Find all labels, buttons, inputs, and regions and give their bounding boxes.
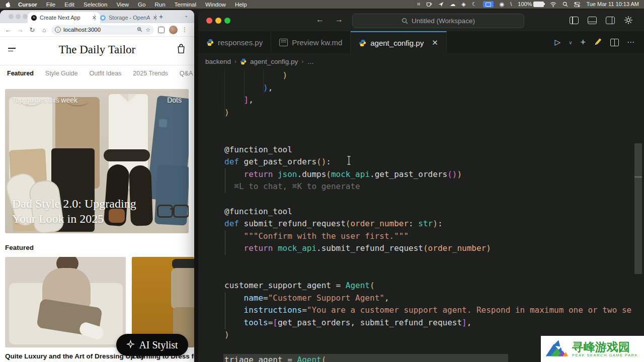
code-line[interactable]: ) — [198, 107, 644, 119]
control-center-icon[interactable] — [574, 2, 580, 7]
zoom-window-button[interactable] — [224, 18, 230, 24]
code-line[interactable]: @function_tool — [198, 206, 644, 218]
menubar-item[interactable]: Run — [150, 2, 170, 8]
code-line[interactable] — [198, 267, 644, 280]
tab-list-chevron-icon[interactable]: ⌄ — [184, 13, 188, 18]
site-nav-item[interactable]: Q&A — [180, 70, 193, 77]
menubar-item[interactable]: Selection — [79, 2, 112, 8]
code-line[interactable] — [198, 255, 644, 267]
code-line[interactable]: customer_support_agent = Agent( — [198, 280, 644, 292]
sparkle-icon — [126, 339, 135, 351]
command-center-search[interactable]: Untitled (Workspace) — [352, 14, 524, 28]
code-line[interactable]: ), — [198, 82, 644, 95]
code-line[interactable]: return mock_api.submit_refund_request(or… — [198, 242, 644, 255]
history-back-button[interactable]: ← — [316, 15, 324, 24]
menubar-item[interactable]: Terminal — [170, 2, 201, 8]
history-forward-button[interactable]: → — [335, 15, 343, 24]
toggle-primary-sidebar-icon[interactable] — [570, 17, 579, 24]
code-line[interactable]: ], — [198, 94, 644, 107]
code-line[interactable]: """Confirm with the user first.""" — [198, 230, 644, 243]
breadcrumb-folder[interactable]: backend — [205, 58, 231, 65]
wifi-icon[interactable] — [550, 2, 556, 7]
back-button[interactable]: ← — [2, 26, 14, 34]
apple-logo-icon[interactable] — [5, 1, 11, 8]
backslash-icon[interactable]: \ — [510, 2, 512, 7]
breadcrumb-symbol[interactable]: … — [307, 58, 314, 65]
toggle-panel-icon[interactable] — [588, 17, 597, 24]
home-button[interactable]: ⌂ — [38, 26, 50, 34]
site-nav-item[interactable]: Style Guide — [45, 70, 78, 77]
cursor-edit-pencil-icon[interactable] — [594, 37, 602, 48]
cloud-icon[interactable]: ☁ — [450, 2, 455, 7]
browser-tab-create-next-app[interactable]: N Create Next App ✕ — [28, 12, 100, 23]
featured-card[interactable] — [5, 257, 126, 347]
ai-stylist-button[interactable]: AI Stylist — [116, 334, 188, 356]
zoom-icon[interactable] — [137, 27, 142, 33]
coffee-icon[interactable] — [426, 2, 432, 7]
site-info-icon[interactable]: i — [55, 27, 61, 33]
code-line[interactable]: return json.dumps(mock_api.get_past_orde… — [198, 168, 644, 181]
zoom-window-button[interactable] — [23, 14, 28, 19]
battery-icon[interactable]: 100% — [518, 2, 544, 7]
bookmark-star-icon[interactable]: ☆ — [145, 27, 150, 33]
forward-button[interactable]: → — [14, 26, 26, 34]
spotlight-search-icon[interactable] — [562, 2, 568, 7]
code-line[interactable]: @function_tool — [198, 144, 644, 156]
code-line[interactable]: instructions="You are a customer support… — [198, 304, 644, 317]
code-line[interactable]: def submit_refund_request(order_number: … — [198, 218, 644, 230]
run-button[interactable]: ▷ — [555, 38, 561, 47]
code-line[interactable] — [198, 193, 644, 206]
address-bar[interactable]: i localhost:3000 ☆ — [51, 25, 154, 35]
editor-scrollbar[interactable] — [634, 143, 642, 274]
code-line[interactable]: name="Customer Support Agent", — [198, 292, 644, 305]
code-line[interactable]: ) — [198, 69, 644, 82]
site-nav-item[interactable]: Outfit Ideas — [89, 70, 121, 77]
site-nav-item[interactable]: Featured — [7, 70, 34, 77]
menubar-clock[interactable]: Tue Mar 11 10:13 AM — [586, 2, 639, 7]
code-line[interactable]: def get_past_orders(): — [198, 156, 644, 168]
new-tab-button[interactable]: + — [159, 13, 163, 21]
code-line[interactable]: tools=[get_past_orders, submit_refund_re… — [198, 317, 644, 329]
editor-tab-preview-kw[interactable]: Preview kw.md — [271, 31, 351, 53]
breadcrumb-file[interactable]: agent_config.py — [250, 58, 298, 65]
grid-icon[interactable]: ⌗ — [417, 2, 420, 7]
editor-tab-responses[interactable]: responses.py — [198, 31, 271, 53]
minimize-window-button[interactable] — [16, 14, 21, 19]
screen-mirroring-icon[interactable] — [483, 1, 494, 8]
menubar-item[interactable]: View — [112, 2, 133, 8]
browser-menu-icon[interactable]: ⋮ — [182, 26, 188, 33]
code-editor[interactable]: ) ), ],)@function_tooldef get_past_order… — [198, 69, 644, 362]
record-icon[interactable]: ◉ — [500, 2, 505, 7]
moon-icon[interactable]: ☾ — [472, 2, 477, 7]
location-icon[interactable] — [438, 2, 444, 7]
run-dropdown-chevron-icon[interactable]: ∨ — [569, 40, 572, 45]
hero-image[interactable]: Top guides this week Dots Dad Style 2.0:… — [5, 89, 189, 233]
menubar-item[interactable]: Go — [133, 2, 150, 8]
menubar-item[interactable]: Window — [201, 2, 230, 8]
code-line[interactable] — [198, 131, 644, 144]
close-tab-icon[interactable]: ✕ — [432, 38, 438, 47]
minimize-window-button[interactable] — [215, 18, 221, 24]
menubar-item[interactable]: File — [42, 2, 60, 8]
menubar-item[interactable]: Cursor — [14, 2, 42, 8]
text-cursor-pointer — [347, 156, 351, 167]
profile-avatar[interactable] — [169, 26, 178, 34]
new-file-button[interactable]: + — [580, 37, 586, 48]
code-line[interactable]: ⌘L to chat, ⌘K to generate — [198, 180, 644, 193]
settings-gear-icon[interactable] — [624, 16, 633, 27]
diamond-app-icon[interactable]: ◈ — [461, 2, 465, 7]
more-actions-icon[interactable]: ⋯ — [627, 38, 635, 47]
extensions-icon[interactable] — [158, 27, 165, 33]
browser-tab-storage-openai[interactable]: Storage - OpenAI A ✕ — [97, 12, 161, 23]
close-window-button[interactable] — [206, 18, 212, 24]
editor-tab-agent-config[interactable]: agent_config.py ✕ — [351, 31, 447, 53]
toggle-secondary-sidebar-icon[interactable] — [606, 17, 615, 24]
split-editor-icon[interactable] — [610, 39, 619, 46]
site-nav-item[interactable]: 2025 Trends — [133, 70, 168, 77]
reload-button[interactable]: ↻ — [26, 26, 38, 34]
menubar-item[interactable]: Help — [230, 2, 252, 8]
menubar-item[interactable]: Edit — [60, 2, 79, 8]
close-window-button[interactable] — [9, 14, 14, 19]
code-line[interactable] — [198, 119, 644, 131]
shopping-bag-icon[interactable] — [176, 43, 186, 56]
